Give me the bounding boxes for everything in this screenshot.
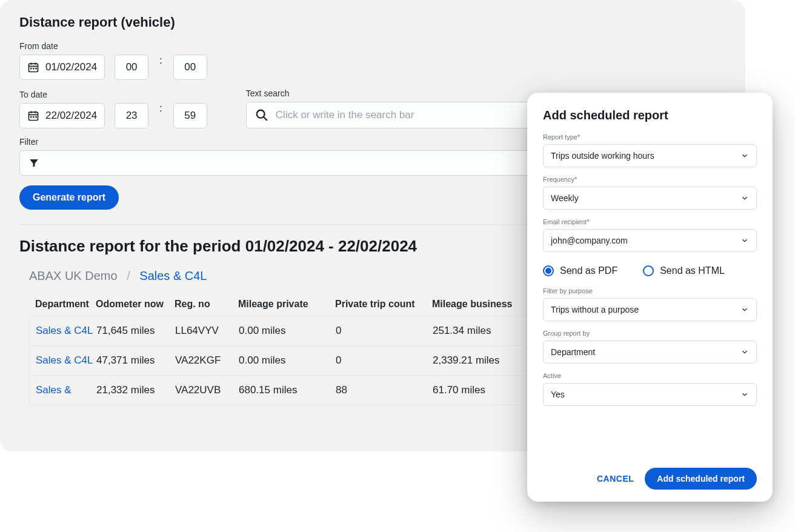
group-by-label: Group report by <box>543 330 757 337</box>
cell-private-trip-count: 0 <box>336 325 433 337</box>
from-date-input[interactable]: 01/02/2024 <box>19 55 105 80</box>
breadcrumb-separator: / <box>127 269 130 282</box>
cell-mileage-private: 0.00 miles <box>239 325 336 337</box>
modal-title: Add scheduled report <box>543 108 757 122</box>
breadcrumb-root[interactable]: ABAX UK Demo <box>29 269 118 282</box>
cell-odometer: 21,332 miles <box>96 384 175 396</box>
col-private-trip-count: Private trip count <box>335 299 432 310</box>
cell-odometer: 47,371 miles <box>96 354 175 367</box>
col-odometer: Odometer now <box>96 299 175 310</box>
time-separator: : <box>158 48 164 73</box>
breadcrumb-current: Sales & C4L <box>139 269 207 282</box>
frequency-label: Frequency* <box>543 176 757 183</box>
from-date-label: From date <box>19 41 105 51</box>
search-icon <box>255 108 268 122</box>
svg-line-15 <box>264 117 267 120</box>
to-hour-input[interactable]: 23 <box>115 103 148 128</box>
col-mileage-business: Mileage business <box>432 299 535 310</box>
add-scheduled-report-button[interactable]: Add scheduled report <box>645 468 757 490</box>
cell-mileage-business: 251.34 miles <box>433 325 536 337</box>
cell-private-trip-count: 0 <box>336 354 433 367</box>
col-department: Department <box>35 299 96 310</box>
chevron-down-icon <box>740 194 749 202</box>
cell-regno: LL64VYV <box>175 325 239 337</box>
to-date-label: To date <box>19 90 105 99</box>
cell-regno: VA22UVB <box>175 384 239 396</box>
page-title: Distance report (vehicle) <box>19 15 726 30</box>
svg-rect-5 <box>33 68 35 70</box>
radio-send-as-html[interactable]: Send as HTML <box>643 265 725 276</box>
filter-purpose-label: Filter by purpose <box>543 287 757 294</box>
recipient-label: Email recipient* <box>543 218 757 225</box>
radio-icon <box>543 265 554 276</box>
generate-report-button[interactable]: Generate report <box>19 185 119 210</box>
col-regno: Reg. no <box>175 299 238 310</box>
radio-html-label: Send as HTML <box>660 265 725 276</box>
report-type-select[interactable]: Trips outside working hours <box>543 144 757 167</box>
chevron-down-icon <box>740 236 749 245</box>
active-label: Active <box>543 372 757 379</box>
frequency-value: Weekly <box>551 193 579 203</box>
cell-mileage-business: 2,339.21 miles <box>433 354 536 367</box>
svg-rect-6 <box>35 68 37 70</box>
search-placeholder: Click or write in the search bar <box>276 109 414 121</box>
to-minute-input[interactable]: 59 <box>173 103 207 128</box>
from-hour-input[interactable]: 00 <box>115 55 148 80</box>
radio-pdf-label: Send as PDF <box>560 265 617 276</box>
time-separator: : <box>158 96 164 121</box>
funnel-icon <box>28 158 39 168</box>
report-type-label: Report type* <box>543 133 757 141</box>
group-by-value: Department <box>551 347 595 357</box>
cell-department[interactable]: Sales & C4L <box>36 354 96 367</box>
chevron-down-icon <box>740 305 749 314</box>
svg-rect-12 <box>33 116 35 118</box>
chevron-down-icon <box>740 390 749 399</box>
svg-rect-11 <box>30 116 32 118</box>
report-type-value: Trips outside working hours <box>551 151 654 161</box>
cell-mileage-business: 61.70 miles <box>433 384 536 396</box>
cell-mileage-private: 0.00 miles <box>239 354 336 367</box>
filter-purpose-select[interactable]: Trips without a purpose <box>543 298 757 321</box>
active-value: Yes <box>551 390 565 399</box>
radio-icon <box>643 265 654 276</box>
from-minute-input[interactable]: 00 <box>173 55 207 80</box>
cell-odometer: 71,645 miles <box>96 325 175 337</box>
to-date-input[interactable]: 22/02/2024 <box>19 103 105 128</box>
cell-regno: VA22KGF <box>175 354 239 367</box>
recipient-value: john@company.com <box>551 236 628 245</box>
radio-send-as-pdf[interactable]: Send as PDF <box>543 265 617 276</box>
cell-mileage-private: 680.15 miles <box>239 384 336 396</box>
svg-rect-0 <box>29 64 38 71</box>
from-date-value: 01/02/2024 <box>45 61 97 73</box>
calendar-icon <box>27 61 39 73</box>
cell-private-trip-count: 88 <box>336 384 433 396</box>
chevron-down-icon <box>740 348 749 356</box>
cancel-button[interactable]: CANCEL <box>597 474 634 484</box>
active-select[interactable]: Yes <box>543 383 757 406</box>
calendar-icon <box>27 110 39 122</box>
cell-department[interactable]: Sales & C4L <box>36 325 96 337</box>
frequency-select[interactable]: Weekly <box>543 187 757 210</box>
recipient-select[interactable]: john@company.com <box>543 229 757 252</box>
svg-rect-13 <box>35 116 37 118</box>
filter-purpose-value: Trips without a purpose <box>551 305 639 314</box>
col-mileage-private: Mileage private <box>238 299 335 310</box>
group-by-select[interactable]: Department <box>543 341 757 364</box>
svg-rect-4 <box>30 68 32 70</box>
to-date-value: 22/02/2024 <box>45 110 97 122</box>
chevron-down-icon <box>740 151 749 160</box>
add-scheduled-report-modal: Add scheduled report Report type* Trips … <box>527 93 773 502</box>
cell-department[interactable]: Sales & <box>36 384 96 396</box>
